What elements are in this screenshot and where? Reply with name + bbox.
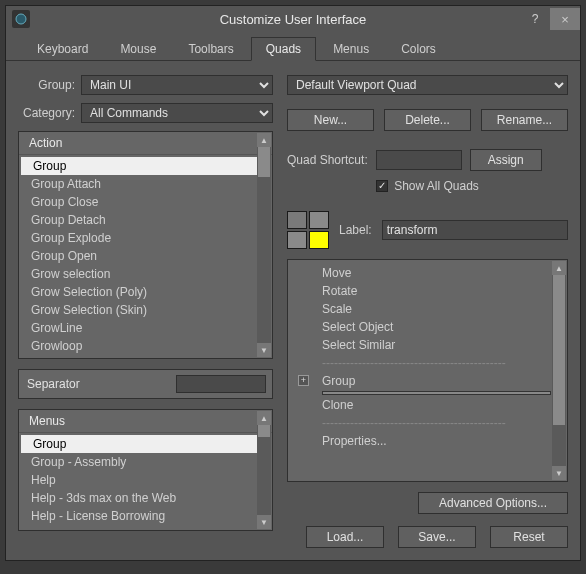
tree-item[interactable]: Properties... — [288, 432, 567, 450]
tree-separator[interactable]: ----------------------------------------… — [288, 450, 567, 458]
tab-quads[interactable]: Quads — [251, 37, 316, 61]
action-item[interactable]: Group Close — [19, 193, 272, 211]
color-swatch[interactable] — [287, 231, 307, 249]
show-all-quads-label: Show All Quads — [394, 179, 479, 193]
menu-item[interactable]: Help — [19, 471, 272, 489]
menu-item[interactable]: Group — [21, 435, 270, 453]
tab-mouse[interactable]: Mouse — [105, 37, 171, 61]
label-label: Label: — [339, 223, 372, 237]
menus-listbox[interactable]: Menus GroupGroup - AssemblyHelpHelp - 3d… — [18, 409, 273, 531]
tree-item[interactable]: Move — [288, 264, 567, 282]
separator-input[interactable] — [176, 375, 266, 393]
scroll-thumb[interactable] — [258, 147, 270, 177]
new-button[interactable]: New... — [287, 109, 374, 131]
action-item[interactable]: Growloop — [19, 337, 272, 355]
quad-shortcut-input[interactable] — [376, 150, 462, 170]
action-item[interactable]: Group — [21, 157, 270, 175]
tree-item[interactable]: Select Similar — [288, 336, 567, 354]
scroll-thumb[interactable] — [258, 425, 270, 437]
menus-list-header: Menus — [19, 410, 272, 433]
menu-item[interactable]: Help - 3ds max on the Web — [19, 489, 272, 507]
tab-colors[interactable]: Colors — [386, 37, 451, 61]
action-item[interactable]: GrowLine — [19, 319, 272, 337]
tree-scrollbar[interactable]: ▲ ▼ — [552, 261, 566, 480]
category-label: Category: — [18, 106, 81, 120]
menu-item[interactable]: Group - Assembly — [19, 453, 272, 471]
quad-menu-tree[interactable]: MoveRotateScaleSelect ObjectSelect Simil… — [287, 259, 568, 482]
reset-button[interactable]: Reset — [490, 526, 568, 548]
tree-separator-selected[interactable] — [322, 391, 551, 395]
menu-item[interactable]: Help - License Borrowing — [19, 507, 272, 525]
dialog-body: Group: Main UI Category: All Commands Ac… — [6, 61, 580, 560]
tree-separator[interactable]: ----------------------------------------… — [288, 414, 567, 432]
separator-box[interactable]: Separator — [18, 369, 273, 399]
group-select[interactable]: Main UI — [81, 75, 273, 95]
window: Customize User Interface ? × KeyboardMou… — [5, 5, 581, 561]
tree-separator[interactable]: ----------------------------------------… — [288, 354, 567, 372]
window-title: Customize User Interface — [6, 12, 580, 27]
rename-button[interactable]: Rename... — [481, 109, 568, 131]
separator-label: Separator — [19, 371, 176, 397]
tab-menus[interactable]: Menus — [318, 37, 384, 61]
left-panel: Group: Main UI Category: All Commands Ac… — [18, 75, 273, 548]
action-listbox[interactable]: Action GroupGroup AttachGroup CloseGroup… — [18, 131, 273, 359]
show-all-quads-checkbox[interactable] — [376, 180, 388, 192]
tree-item[interactable]: Rotate — [288, 282, 567, 300]
action-scrollbar[interactable]: ▲ ▼ — [257, 133, 271, 357]
action-item[interactable]: GrowRing — [19, 355, 272, 358]
scroll-up-icon[interactable]: ▲ — [257, 133, 271, 147]
scroll-up-icon[interactable]: ▲ — [257, 411, 271, 425]
action-item[interactable]: Grow Selection (Skin) — [19, 301, 272, 319]
tab-keyboard[interactable]: Keyboard — [22, 37, 103, 61]
scroll-down-icon[interactable]: ▼ — [257, 515, 271, 529]
assign-button[interactable]: Assign — [470, 149, 542, 171]
load-button[interactable]: Load... — [306, 526, 384, 548]
action-item[interactable]: Group Attach — [19, 175, 272, 193]
right-panel: Default Viewport Quad New... Delete... R… — [287, 75, 568, 548]
scroll-down-icon[interactable]: ▼ — [552, 466, 566, 480]
action-item[interactable]: Group Open — [19, 247, 272, 265]
tab-bar: KeyboardMouseToolbarsQuadsMenusColors — [6, 32, 580, 61]
action-item[interactable]: Group Detach — [19, 211, 272, 229]
scroll-thumb[interactable] — [553, 275, 565, 425]
tree-item[interactable]: Clone — [288, 396, 567, 414]
scroll-down-icon[interactable]: ▼ — [257, 343, 271, 357]
tab-toolbars[interactable]: Toolbars — [173, 37, 248, 61]
save-button[interactable]: Save... — [398, 526, 476, 548]
advanced-options-button[interactable]: Advanced Options... — [418, 492, 568, 514]
scroll-up-icon[interactable]: ▲ — [552, 261, 566, 275]
group-label: Group: — [18, 78, 81, 92]
color-swatch[interactable] — [309, 231, 329, 249]
expand-icon[interactable]: + — [298, 375, 309, 386]
menus-scrollbar[interactable]: ▲ ▼ — [257, 411, 271, 529]
delete-button[interactable]: Delete... — [384, 109, 471, 131]
tree-item-group[interactable]: +Group — [288, 372, 567, 390]
color-swatch[interactable] — [309, 211, 329, 229]
category-select[interactable]: All Commands — [81, 103, 273, 123]
quad-select[interactable]: Default Viewport Quad — [287, 75, 568, 95]
quad-shortcut-label: Quad Shortcut: — [287, 153, 368, 167]
label-input[interactable] — [382, 220, 568, 240]
action-list-header: Action — [19, 132, 272, 155]
titlebar: Customize User Interface ? × — [6, 6, 580, 32]
action-item[interactable]: Group Explode — [19, 229, 272, 247]
action-item[interactable]: Grow selection — [19, 265, 272, 283]
action-item[interactable]: Grow Selection (Poly) — [19, 283, 272, 301]
quad-color-swatches — [287, 211, 329, 249]
tree-item[interactable]: Select Object — [288, 318, 567, 336]
tree-item[interactable]: Scale — [288, 300, 567, 318]
color-swatch[interactable] — [287, 211, 307, 229]
